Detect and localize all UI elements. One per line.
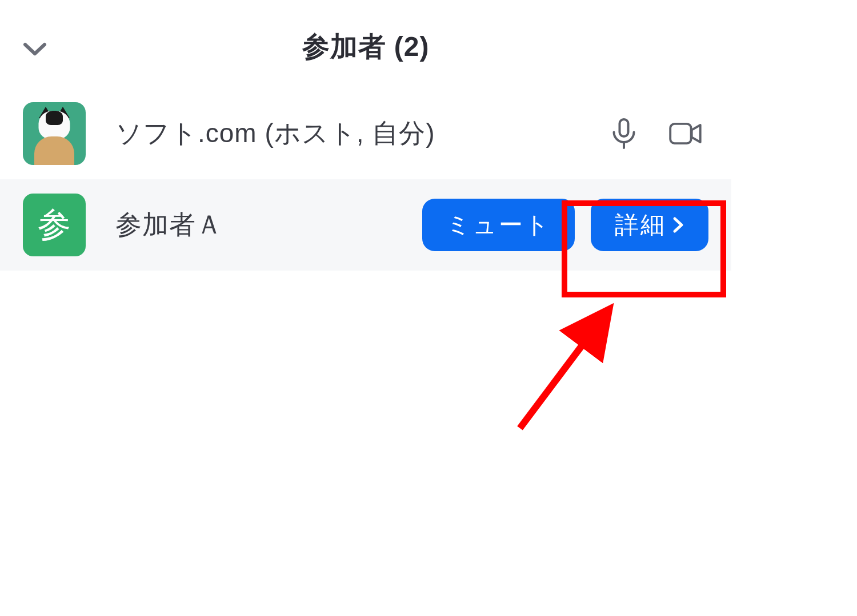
participant-row[interactable]: ソフト.com (ホスト, 自分) <box>0 88 731 179</box>
participant-name: 参加者Ａ <box>115 207 393 243</box>
participant-row[interactable]: 参 参加者Ａ ミュート 詳細 <box>0 179 731 271</box>
collapse-button[interactable] <box>23 41 47 59</box>
mute-button[interactable]: ミュート <box>422 199 575 251</box>
participant-name: ソフト.com (ホスト, 自分) <box>115 116 577 151</box>
video-camera-icon[interactable] <box>668 116 703 151</box>
svg-line-4 <box>520 314 606 428</box>
chevron-right-icon <box>672 216 684 233</box>
participant-actions: ミュート 詳細 <box>422 199 708 251</box>
avatar <box>23 102 86 165</box>
svg-rect-0 <box>620 119 628 136</box>
annotation-arrow <box>503 297 674 468</box>
chevron-down-icon <box>23 41 47 57</box>
more-button[interactable]: 詳細 <box>591 199 708 251</box>
panel-header: 参加者 (2) <box>0 0 731 88</box>
participants-panel: 参加者 (2) ソフト.com (ホスト, 自分) 参 <box>0 0 731 271</box>
more-button-label: 詳細 <box>615 209 666 241</box>
avatar-letter: 参 <box>38 203 71 247</box>
microphone-icon[interactable] <box>607 116 641 151</box>
avatar: 参 <box>23 194 86 256</box>
status-icons <box>607 116 708 151</box>
svg-rect-2 <box>670 124 691 143</box>
panel-title: 参加者 (2) <box>23 29 708 65</box>
mute-button-label: ミュート <box>446 209 551 241</box>
